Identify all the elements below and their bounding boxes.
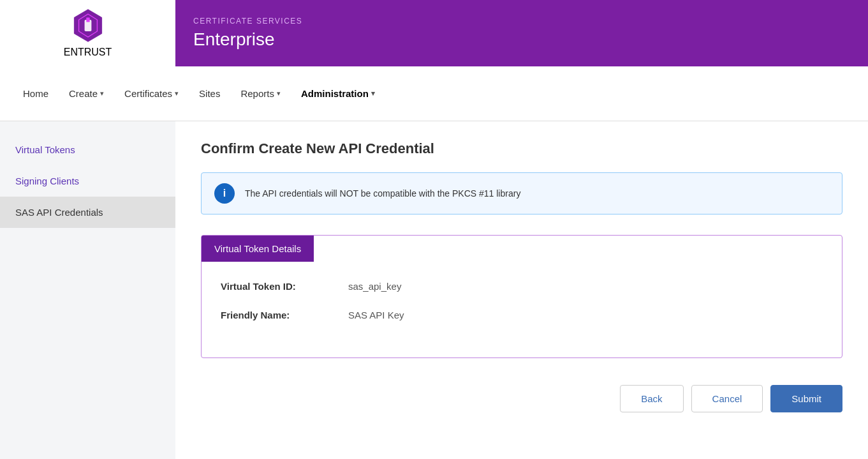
nav-bar: Home Create ▾ Certificates ▾ Sites Repor… — [0, 66, 868, 121]
sidebar-item-signing-clients[interactable]: Signing Clients — [0, 165, 175, 197]
logo-area: ENTRUST — [0, 0, 175, 66]
logo-text: ENTRUST — [64, 47, 112, 58]
nav-item-certificates[interactable]: Certificates ▾ — [114, 69, 189, 118]
main-content: Confirm Create New API Credential i The … — [175, 121, 868, 459]
card-fields: Virtual Token ID: sas_api_key Friendly N… — [202, 281, 842, 320]
sidebar: Virtual Tokens Signing Clients SAS API C… — [0, 121, 175, 459]
logo-icon — [71, 8, 105, 43]
nav-item-reports[interactable]: Reports ▾ — [230, 69, 291, 118]
main-layout: Virtual Tokens Signing Clients SAS API C… — [0, 121, 868, 459]
entrust-logo: ENTRUST — [64, 8, 112, 58]
field-row-friendly-name: Friendly Name: SAS API Key — [221, 310, 823, 320]
nav-item-administration[interactable]: Administration ▾ — [291, 69, 385, 118]
info-icon: i — [214, 183, 235, 204]
back-button[interactable]: Back — [620, 385, 683, 412]
field-value-token-id: sas_api_key — [348, 281, 401, 292]
svg-rect-3 — [86, 17, 89, 22]
card-header: Virtual Token Details — [202, 236, 314, 262]
submit-button[interactable]: Submit — [770, 385, 842, 412]
page-title: Confirm Create New API Credential — [201, 140, 842, 157]
header-subtitle: CERTIFICATE SERVICES — [193, 17, 850, 26]
sidebar-item-virtual-tokens[interactable]: Virtual Tokens — [0, 134, 175, 165]
cancel-button[interactable]: Cancel — [691, 385, 763, 412]
field-label-friendly-name: Friendly Name: — [221, 310, 348, 320]
chevron-down-icon: ▾ — [371, 89, 375, 98]
field-value-friendly-name: SAS API Key — [348, 310, 404, 320]
sidebar-item-sas-api-credentials[interactable]: SAS API Credentials — [0, 197, 175, 228]
header-title: Enterprise — [193, 29, 850, 50]
chevron-down-icon: ▾ — [175, 89, 179, 98]
header-brand: CERTIFICATE SERVICES Enterprise — [175, 0, 868, 66]
chevron-down-icon: ▾ — [100, 89, 104, 98]
info-message: The API credentials will NOT be compatib… — [245, 188, 520, 199]
virtual-token-details-card: Virtual Token Details Virtual Token ID: … — [201, 235, 842, 358]
chevron-down-icon: ▾ — [277, 89, 281, 98]
nav-item-create[interactable]: Create ▾ — [59, 69, 114, 118]
field-label-token-id: Virtual Token ID: — [221, 281, 348, 292]
nav-item-home[interactable]: Home — [13, 69, 59, 118]
button-row: Back Cancel Submit — [201, 379, 842, 412]
nav-item-sites[interactable]: Sites — [189, 69, 230, 118]
field-row-token-id: Virtual Token ID: sas_api_key — [221, 281, 823, 292]
info-box: i The API credentials will NOT be compat… — [201, 172, 842, 214]
